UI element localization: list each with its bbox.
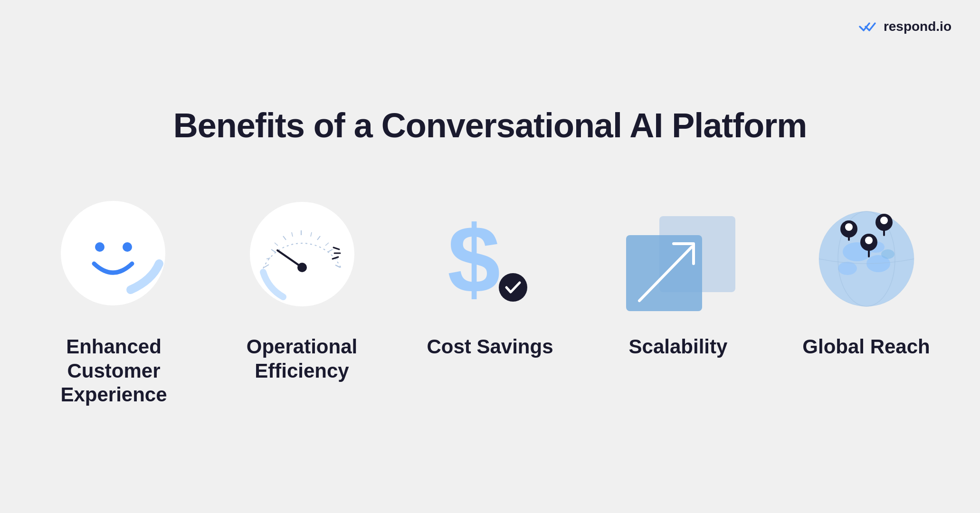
benefit-customer-experience: Enhanced Customer Experience xyxy=(39,192,189,407)
svg-point-30 xyxy=(838,262,857,275)
svg-text:$: $ xyxy=(447,206,500,312)
svg-point-1 xyxy=(95,242,105,252)
operational-efficiency-icon xyxy=(240,192,364,316)
benefit-scalability: Scalability xyxy=(603,192,753,359)
customer-experience-label: Enhanced Customer Experience xyxy=(39,335,189,407)
svg-point-27 xyxy=(819,211,914,306)
global-reach-label: Global Reach xyxy=(802,335,930,359)
svg-point-2 xyxy=(123,242,132,252)
svg-point-38 xyxy=(880,217,888,224)
benefits-container: Enhanced Customer Experience xyxy=(39,192,942,407)
benefit-cost-savings: $ Cost Savings xyxy=(415,192,565,359)
customer-experience-icon xyxy=(52,192,176,316)
logo-icon xyxy=(859,19,880,34)
logo: respond.io xyxy=(859,19,951,34)
global-reach-icon xyxy=(805,192,928,316)
page-title: Benefits of a Conversational AI Platform xyxy=(173,106,807,145)
benefit-operational-efficiency: Operational Efficiency xyxy=(227,192,377,383)
svg-point-40 xyxy=(865,237,873,244)
svg-point-3 xyxy=(250,202,354,306)
benefit-global-reach: Global Reach xyxy=(791,192,942,359)
logo-text: respond.io xyxy=(884,19,951,34)
svg-point-23 xyxy=(499,273,527,302)
cost-savings-label: Cost Savings xyxy=(427,335,553,359)
operational-efficiency-label: Operational Efficiency xyxy=(227,335,377,383)
svg-point-36 xyxy=(845,223,853,231)
svg-point-32 xyxy=(881,249,894,259)
scalability-label: Scalability xyxy=(629,335,728,359)
scalability-icon xyxy=(617,192,740,316)
cost-savings-icon: $ xyxy=(428,192,552,316)
svg-point-0 xyxy=(61,201,165,305)
